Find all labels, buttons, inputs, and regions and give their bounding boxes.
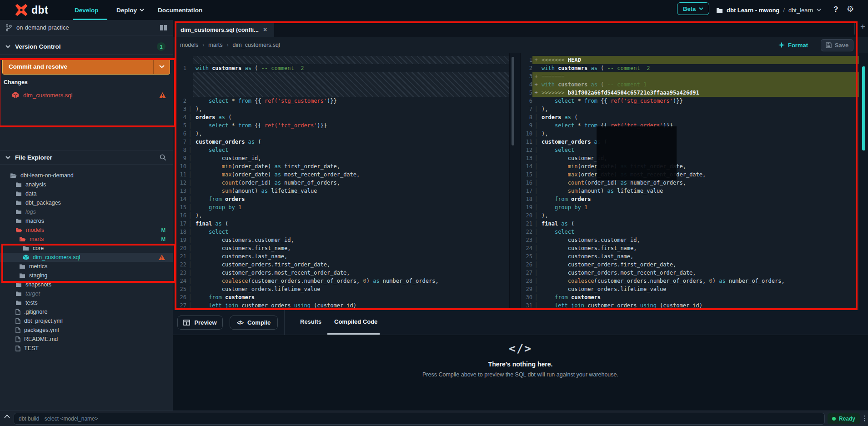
results-panel: Preview </> Compile Results Compiled Cod… [173, 310, 868, 411]
code-line-23: 23│ customers.customer_id, [521, 236, 859, 244]
line-number: 26 [173, 293, 186, 301]
code-line-4: 4│orders as ( [173, 113, 509, 121]
tree-item-staging[interactable]: staging [0, 271, 173, 280]
code-line-5: 5│ select * from {{ ref('fct_orders')}} [173, 121, 509, 130]
overflow-menu-icon[interactable]: ⋮ [861, 414, 868, 422]
conflict-warning-icon [158, 254, 166, 261]
tree-item-metrics[interactable]: metrics [0, 262, 173, 271]
editor-pane-current[interactable]: 1with customers as ( -- comment 22 selec… [173, 53, 509, 310]
tree-item-tests[interactable]: tests [0, 298, 173, 307]
beta-badge[interactable]: Beta [677, 2, 709, 15]
editor-pane-conflict[interactable]: 1+<<<<<<< HEAD2with customers as ( -- co… [521, 53, 859, 310]
folder-open-icon [10, 173, 17, 178]
tree-item-core[interactable]: core [0, 244, 173, 253]
code-line-7: 7│customer_orders as ( [173, 138, 509, 146]
code-line-16: 16│), [173, 211, 509, 220]
changed-file-row[interactable]: dim_customers.sql [0, 89, 173, 101]
tab-dim-customers[interactable]: dim_customers.sql (confli... × [176, 22, 274, 37]
tree-item-marts[interactable]: martsM [0, 235, 173, 244]
line-number: 5 [521, 89, 532, 97]
code-line-3: 3+======= [521, 72, 859, 80]
status-badge: Ready [828, 413, 860, 424]
folder-icon [15, 182, 22, 187]
tabstrip-divider [854, 22, 855, 35]
code-line-22: 22│ customer_orders.first_order_date, [173, 261, 509, 269]
code-line-20: 20│), [521, 211, 859, 220]
tree-item-dbt_packages[interactable]: dbt_packages [0, 198, 173, 207]
new-tab-button[interactable]: + [860, 22, 865, 32]
file-explorer-header[interactable]: File Explorer [0, 150, 173, 165]
tree-item-target[interactable]: target [0, 289, 173, 298]
help-icon[interactable]: ? [833, 5, 838, 14]
compile-button[interactable]: </> Compile [230, 316, 278, 330]
close-icon[interactable]: × [263, 26, 267, 33]
gutter-marker: + [532, 56, 540, 64]
breadcrumb-separator: › [202, 42, 204, 48]
commit-and-resolve-button[interactable]: Commit and resolve [2, 58, 170, 75]
code-line-14: 14│ min(order_date) as first_order_date, [521, 162, 859, 170]
gutter-marker: │ [186, 220, 194, 228]
tree-item-TEST[interactable]: TEST [0, 344, 173, 353]
path-separator: / [783, 7, 785, 14]
scrollbar-thumb[interactable] [512, 57, 514, 145]
tree-item-dbt-learn-on-demand[interactable]: dbt-learn-on-demand [0, 171, 173, 180]
project-selector[interactable]: dbt Learn - mwong / dbt_learn [716, 0, 821, 20]
code-line-6: 6│), [173, 130, 509, 138]
breadcrumb-item[interactable]: marts [208, 42, 222, 48]
tree-item-.gitignore[interactable]: .gitignore [0, 307, 173, 316]
gear-icon[interactable]: ⚙ [847, 4, 854, 14]
tree-item-logs[interactable]: logs [0, 207, 173, 216]
line-number: 17 [521, 187, 532, 195]
folder-icon [19, 273, 25, 278]
tree-item-data[interactable]: data [0, 189, 173, 198]
search-icon[interactable] [160, 154, 166, 161]
line-number: 18 [173, 228, 186, 236]
tree-item-analysis[interactable]: analysis [0, 180, 173, 189]
preview-button[interactable]: Preview [177, 316, 223, 330]
tree-item-dbt_project.yml[interactable]: dbt_project.yml [0, 316, 173, 326]
gutter-marker: │ [532, 301, 540, 310]
tree-item-macros[interactable]: macros [0, 216, 173, 226]
save-button[interactable]: Save [821, 39, 853, 51]
gutter-marker: │ [186, 195, 194, 203]
code-line-26: 26│ from customers [173, 293, 509, 301]
scrollbar-thumb[interactable] [862, 66, 865, 150]
folder-icon [15, 209, 22, 215]
breadcrumb-item[interactable]: models [180, 42, 198, 48]
dbt-logo[interactable]: dbt [15, 3, 48, 17]
chevron-down-icon [817, 9, 821, 11]
gutter-marker: │ [186, 138, 194, 146]
version-control-header[interactable]: Version Control 1 [0, 39, 173, 55]
code-line-26: 26│ customer_orders.first_order_date, [521, 261, 859, 269]
tree-item-dim_customers.sql[interactable]: dim_customers.sql [0, 253, 173, 262]
git-branch-row[interactable]: on-demand-practice [0, 20, 173, 35]
commit-options-dropdown[interactable] [153, 59, 170, 74]
gutter-marker: │ [532, 170, 540, 179]
tab-results[interactable]: Results [300, 318, 321, 325]
tab-compiled-code[interactable]: Compiled Code [334, 318, 377, 325]
line-number: 13 [173, 187, 186, 195]
folder-icon [15, 200, 22, 205]
compile-label: Compile [247, 319, 271, 326]
code-line-11: 11│customer_orders as ( [521, 138, 859, 146]
nav-develop[interactable]: Develop [75, 0, 99, 20]
breadcrumb-item[interactable]: dim_customers.sql [233, 42, 280, 48]
chevron-up-icon[interactable] [4, 415, 10, 418]
code-line-24: 24│ customers.first_name, [521, 244, 859, 252]
tree-item-README.md[interactable]: README.md [0, 335, 173, 344]
line-number: 8 [521, 113, 532, 121]
line-number: 14 [173, 195, 186, 203]
tree-item-models[interactable]: modelsM [0, 226, 173, 235]
command-input[interactable] [14, 413, 825, 425]
docs-book-icon[interactable] [160, 25, 167, 31]
line-number: 4 [173, 113, 186, 121]
nav-documentation[interactable]: Documentation [158, 0, 202, 20]
tree-item-packages.yml[interactable]: packages.yml [0, 326, 173, 335]
nav-deploy[interactable]: Deploy [116, 0, 144, 20]
format-button[interactable]: Format [778, 42, 808, 49]
line-number: 31 [521, 301, 532, 310]
git-branch-icon [5, 24, 12, 31]
gutter-marker: │ [532, 261, 540, 269]
preview-table-icon [183, 320, 190, 326]
tree-item-snapshots[interactable]: snapshots [0, 280, 173, 289]
